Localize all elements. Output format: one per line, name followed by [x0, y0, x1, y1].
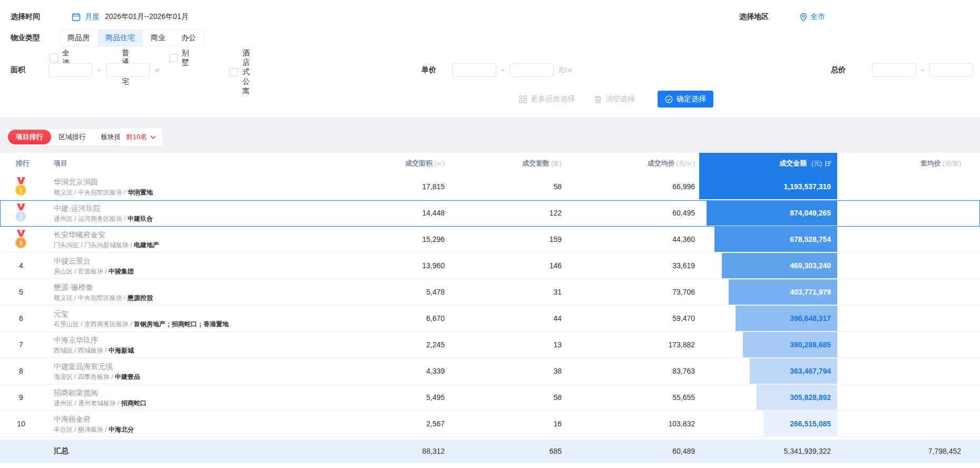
tab-project-ranking[interactable]: 项目排行	[8, 130, 51, 144]
summary-area: 88,312	[369, 447, 449, 455]
area-label: 面积	[11, 65, 25, 75]
avg-price-value: 103,832	[566, 420, 699, 428]
clear-selection-button[interactable]: 清空选择	[594, 91, 635, 108]
rank-cell: 9	[0, 393, 42, 402]
deal-amount-value: 390,288,685	[790, 340, 831, 349]
unit-price-min-input[interactable]	[452, 63, 496, 77]
rank-cell: 5	[0, 287, 42, 297]
table-row[interactable]: 10 中海丽金府 丰台区 / 丽泽板块 / 中海北分 2,567 16 103,…	[0, 411, 980, 437]
tab-commercial[interactable]: 商业	[143, 30, 173, 46]
developer-name: 招商蛇口	[121, 399, 146, 407]
total-price-label: 总价	[831, 65, 846, 75]
tab-commodity-housing[interactable]: 商品房	[60, 30, 97, 46]
filter-panel: 选择时间 月度 2026年01月--2026年01月 选择地区 全市 物业类型 …	[0, 0, 980, 117]
deal-amount-cell: 678,528,754	[699, 227, 837, 252]
project-region: 顺义区 / 中央别墅区板块 / 懋源控股	[54, 294, 369, 302]
deal-amount-value: 469,303,240	[790, 261, 831, 270]
rank-number: 6	[19, 314, 23, 323]
amount-bar: 363,467,794	[750, 358, 837, 384]
unit-price-unit: 元/㎡	[558, 65, 574, 75]
medal-icon: 1	[15, 177, 27, 196]
project-name: 中建壹品海宸元境	[54, 362, 369, 371]
region-value-link[interactable]: 全市	[810, 12, 825, 22]
range-dash: -	[922, 66, 924, 74]
project-name: 元玺	[54, 309, 369, 318]
total-price-max-input[interactable]	[929, 63, 974, 77]
deal-area-value: 17,815	[369, 182, 449, 191]
location-pin-icon[interactable]	[799, 13, 808, 22]
calendar-icon[interactable]	[72, 13, 81, 22]
deal-area-value: 6,670	[369, 314, 449, 323]
deal-amount-value: 678,528,754	[790, 235, 831, 243]
avg-price-value: 59,470	[566, 314, 699, 323]
rank-number: 8	[19, 367, 23, 375]
range-dash: -	[98, 66, 101, 74]
range-dash: -	[502, 66, 504, 74]
deal-area-value: 5,478	[369, 288, 449, 296]
tab-district-ranking[interactable]: 区域排行	[51, 130, 93, 144]
chevron-down-icon	[150, 135, 156, 139]
deal-units-value: 31	[449, 288, 566, 296]
project-cell: 长安华曦府金安 门头沟区 / 门头沟新城板块 / 电建地产	[42, 230, 369, 249]
rank-cell: 3	[0, 230, 42, 249]
more-category-button[interactable]: 更多品类选择	[519, 91, 575, 108]
project-region: 海淀区 / 四季青板块 / 中建壹品	[54, 373, 369, 381]
range-filter-row: 面积 - ㎡ 单价 - 元/㎡ 总价 -	[0, 62, 980, 78]
unit-price-max-input[interactable]	[509, 63, 554, 77]
area-range-group: 面积 - ㎡	[11, 62, 161, 78]
deal-units-value: 38	[449, 367, 566, 375]
deal-amount-value: 874,049,265	[790, 209, 831, 217]
amount-bar: 678,528,754	[714, 227, 837, 252]
project-cell: 华润北京润园 顺义区 / 中央别墅区板块 / 华润置地	[42, 177, 369, 197]
table-row[interactable]: 9 招商朝棠揽阅 通州区 / 通州老城板块 / 招商蛇口 5,495 58 55…	[0, 385, 980, 411]
top-n-dropdown[interactable]: 前10名	[120, 128, 162, 146]
project-name: 中骏云景台	[54, 256, 369, 266]
amount-bar: 403,771,979	[729, 279, 837, 305]
project-cell: 中海京华玖序 西城区 / 西城板块 / 中海新城	[42, 335, 369, 355]
table-row[interactable]: 4 中骏云景台 房山区 / 官道板块 / 中骏集团 13,960 146 33,…	[0, 253, 980, 279]
checkbox-icon[interactable]	[169, 54, 178, 62]
confirm-selection-button[interactable]: 确定选择	[658, 91, 713, 108]
project-region: 西城区 / 西城板块 / 中海新城	[54, 346, 369, 355]
table-row[interactable]: 2 中建·运河玖院 通州区 / 运河商务区板块 / 中建玖合 14,448 12…	[0, 200, 980, 227]
project-region: 顺义区 / 中央别墅区板块 / 华润置地	[54, 188, 369, 197]
table-row[interactable]: 3 长安华曦府金安 门头沟区 / 门头沟新城板块 / 电建地产 15,296 1…	[0, 227, 980, 253]
area-max-input[interactable]	[106, 63, 150, 77]
col-header-per-unit: 套均价(元/套)	[837, 159, 980, 168]
deal-units-value: 44	[449, 314, 566, 323]
project-name: 长安华曦府金安	[54, 230, 369, 239]
project-cell: 懋源·骊檀臺 顺义区 / 中央别墅区板块 / 懋源控股	[42, 282, 369, 302]
table-header-row: 排行 项目 成交面积(㎡) 成交套数(套) 成交均价(元/㎡) 成交金额(元) …	[0, 153, 980, 174]
col-header-avg-price: 成交均价(元/㎡)	[566, 159, 699, 168]
summary-label: 汇总	[42, 446, 369, 456]
date-range-value[interactable]: 2026年01月--2026年01月	[105, 12, 189, 22]
table-row[interactable]: 1 华润北京润园 顺义区 / 中央别墅区板块 / 华润置地 17,815 58 …	[0, 174, 980, 200]
project-name: 招商朝棠揽阅	[54, 388, 369, 397]
avg-price-value: 44,360	[566, 235, 699, 243]
trash-icon	[594, 95, 602, 103]
checkbox-icon[interactable]	[50, 54, 58, 62]
col-header-amount[interactable]: 成交金额(元)	[699, 153, 837, 174]
area-min-input[interactable]	[48, 63, 93, 77]
rank-number: 7	[19, 340, 23, 349]
avg-price-value: 55,655	[566, 393, 699, 402]
unit-price-label: 单价	[422, 65, 436, 75]
total-price-min-input[interactable]	[872, 63, 916, 77]
table-row[interactable]: 5 懋源·骊檀臺 顺义区 / 中央别墅区板块 / 懋源控股 5,478 31 7…	[0, 279, 980, 306]
project-region: 门头沟区 / 门头沟新城板块 / 电建地产	[54, 241, 369, 249]
tab-commodity-residence[interactable]: 商品住宅	[97, 30, 143, 46]
table-row[interactable]: 6 元玺 石景山区 / 京西商务区板块 / 首钢房地产；招商蛇口；香港置地 6,…	[0, 306, 980, 332]
tab-office[interactable]: 办公	[173, 30, 204, 46]
project-cell: 招商朝棠揽阅 通州区 / 通州老城板块 / 招商蛇口	[42, 388, 369, 407]
time-mode-link[interactable]: 月度	[85, 12, 100, 22]
ranking-tabs-band: 项目排行 区域排行 板块排行 前10名	[0, 117, 980, 153]
top-n-value: 前10名	[126, 132, 147, 142]
rank-cell: 1	[0, 177, 42, 196]
project-name: 中海京华玖序	[54, 335, 369, 345]
amount-bar: 396,648,317	[736, 306, 837, 331]
table-row[interactable]: 7 中海京华玖序 西城区 / 西城板块 / 中海新城 2,245 13 173,…	[0, 332, 980, 358]
project-region: 石景山区 / 京西商务区板块 / 首钢房地产；招商蛇口；香港置地	[54, 320, 369, 328]
deal-area-value: 2,567	[369, 420, 449, 428]
property-type-label: 物业类型	[11, 33, 40, 43]
table-row[interactable]: 8 中建壹品海宸元境 海淀区 / 四季青板块 / 中建壹品 4,339 38 8…	[0, 358, 980, 385]
